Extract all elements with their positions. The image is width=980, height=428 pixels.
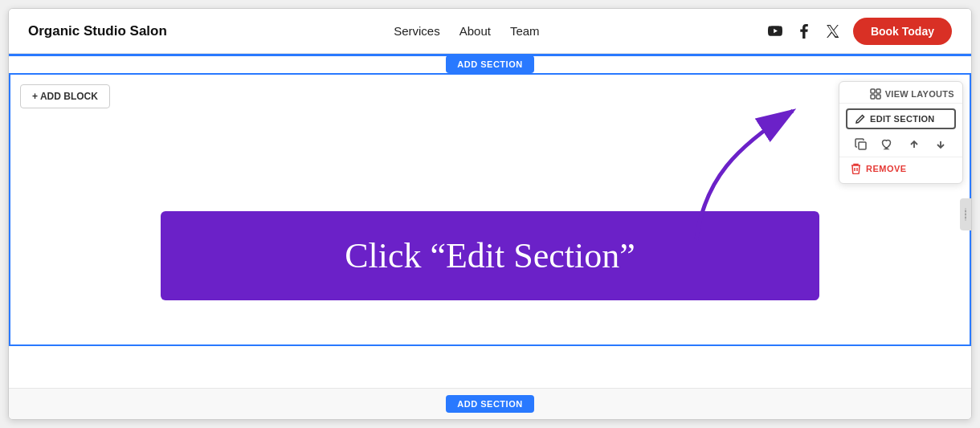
- annotation-text: Click “Edit Section”: [345, 236, 635, 275]
- move-up-icon-button[interactable]: [904, 136, 925, 153]
- svg-point-8: [965, 217, 966, 218]
- toolbar-icons: [839, 132, 962, 155]
- section-toolbar: VIEW LAYOUTS EDIT SECTION: [839, 81, 963, 184]
- navbar-right: Book Today: [766, 18, 952, 45]
- svg-rect-2: [871, 95, 875, 99]
- favorite-icon-button[interactable]: [877, 136, 898, 153]
- add-section-top-button[interactable]: ADD SECTION: [446, 55, 533, 73]
- nav-links: Services About Team: [394, 24, 539, 38]
- edit-section-button[interactable]: EDIT SECTION: [846, 108, 956, 129]
- twitter-x-icon[interactable]: [824, 22, 842, 40]
- facebook-icon[interactable]: [795, 22, 813, 40]
- remove-label: REMOVE: [866, 164, 907, 173]
- add-section-top-bar: ADD SECTION: [9, 55, 971, 73]
- right-panel-handle[interactable]: [960, 198, 971, 230]
- add-section-bottom-button[interactable]: ADD SECTION: [446, 395, 533, 413]
- svg-rect-1: [876, 89, 880, 93]
- nav-about[interactable]: About: [459, 24, 491, 38]
- browser-frame: Organic Studio Salon Services About Team: [8, 8, 972, 420]
- youtube-icon[interactable]: [766, 22, 784, 40]
- move-down-icon-button[interactable]: [930, 136, 951, 153]
- svg-point-6: [965, 210, 966, 212]
- duplicate-icon-button[interactable]: [851, 136, 872, 153]
- view-layouts-label: VIEW LAYOUTS: [885, 89, 954, 99]
- book-today-button[interactable]: Book Today: [853, 18, 952, 45]
- svg-point-7: [965, 214, 966, 215]
- nav-team[interactable]: Team: [510, 24, 540, 38]
- svg-rect-3: [876, 95, 880, 99]
- remove-button[interactable]: REMOVE: [839, 159, 962, 178]
- navbar: Organic Studio Salon Services About Team: [9, 9, 971, 54]
- edit-area: + ADD BLOCK VIEW LAYOUTS EDI: [9, 73, 971, 346]
- add-section-bottom-bar: ADD SECTION: [9, 388, 971, 419]
- add-block-button[interactable]: + ADD BLOCK: [20, 84, 110, 108]
- svg-rect-0: [871, 89, 875, 93]
- svg-rect-4: [859, 142, 866, 149]
- nav-services[interactable]: Services: [394, 24, 440, 38]
- view-layouts-button[interactable]: VIEW LAYOUTS: [870, 88, 954, 100]
- view-layouts-row: VIEW LAYOUTS: [839, 87, 962, 104]
- edit-section-label: EDIT SECTION: [870, 114, 935, 124]
- toolbar-divider: [839, 157, 962, 157]
- site-logo: Organic Studio Salon: [28, 23, 167, 39]
- annotation-banner: Click “Edit Section”: [161, 211, 819, 300]
